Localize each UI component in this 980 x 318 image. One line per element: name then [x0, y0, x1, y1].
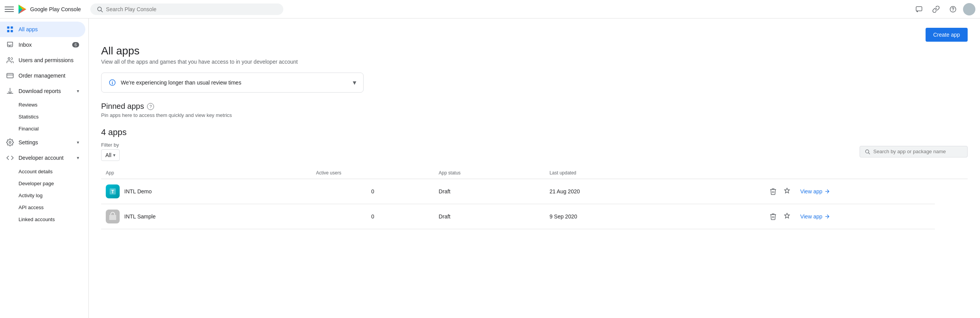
- filter-label: Filter by: [101, 142, 120, 148]
- search-apps-icon: [865, 149, 870, 155]
- sidebar-item-all-apps[interactable]: All apps: [0, 22, 85, 37]
- app-icon-intl-sample: [106, 210, 120, 223]
- pinned-apps-subtitle: Pin apps here to access them quickly and…: [101, 112, 968, 118]
- col-active-users-header: Active users: [311, 167, 434, 179]
- sidebar-inbox-label: Inbox: [19, 42, 32, 48]
- sidebar-all-apps-label: All apps: [19, 26, 38, 32]
- sidebar-item-settings[interactable]: Settings ▾: [0, 135, 85, 150]
- link-icon: [932, 5, 940, 13]
- pin-icon-intl-sample[interactable]: [783, 213, 791, 220]
- status-intl-sample: Draft: [434, 204, 545, 229]
- sidebar-item-api-access[interactable]: API access: [0, 201, 88, 213]
- sidebar-item-developer-page[interactable]: Developer page: [0, 178, 88, 189]
- help-icon-btn[interactable]: [946, 2, 960, 16]
- filter-section: Filter by All ▾: [101, 142, 120, 161]
- card-icon: [6, 72, 14, 80]
- download-icon: [6, 87, 14, 95]
- chat-icon-btn[interactable]: [912, 2, 926, 16]
- svg-point-9: [953, 10, 953, 11]
- notice-banner-left: We're experiencing longer than usual rev…: [108, 79, 241, 86]
- grid-icon: [6, 25, 14, 33]
- create-app-button[interactable]: Create app: [926, 28, 968, 42]
- search-apps[interactable]: [860, 146, 968, 157]
- sidebar-item-financial[interactable]: Financial: [0, 123, 88, 135]
- sidebar-item-users[interactable]: Users and permissions: [0, 52, 85, 68]
- sidebar-item-orders[interactable]: Order management: [0, 68, 85, 83]
- filter-chevron-icon: ▾: [113, 152, 115, 158]
- pinned-apps-title: Pinned apps ?: [101, 102, 968, 111]
- table-header: App Active users App status Last updated: [101, 167, 968, 179]
- chat-icon: [915, 5, 923, 13]
- sidebar-reviews-label: Reviews: [19, 102, 37, 108]
- delete-icon-intl-demo[interactable]: [769, 188, 777, 195]
- search-input[interactable]: [106, 6, 277, 12]
- pin-icon-intl-demo[interactable]: [783, 188, 791, 195]
- app-name-cell-2: INTL Sample: [101, 204, 311, 229]
- view-app-link-intl-sample[interactable]: View app: [800, 213, 930, 220]
- app-icon-intl-demo: T: [106, 184, 120, 198]
- sidebar-activity-log-label: Activity log: [19, 193, 42, 198]
- svg-point-14: [8, 58, 10, 59]
- sidebar-api-access-label: API access: [19, 205, 44, 210]
- search-icon: [96, 6, 103, 13]
- notice-expand-icon[interactable]: ▾: [353, 78, 356, 87]
- avatar[interactable]: [963, 3, 975, 15]
- sidebar-download-label: Download reports: [19, 88, 61, 94]
- search-apps-input[interactable]: [873, 149, 963, 154]
- main-content: Create app All apps View all of the apps…: [89, 19, 980, 318]
- notice-text: We're experiencing longer than usual rev…: [121, 80, 241, 86]
- download-chevron-icon: ▾: [77, 88, 79, 94]
- apps-table: App Active users App status Last updated: [101, 167, 968, 229]
- developer-chevron-icon: ▾: [77, 155, 79, 161]
- sidebar-account-details-label: Account details: [19, 169, 52, 174]
- search-bar[interactable]: [90, 3, 283, 15]
- view-app-link-intl-demo[interactable]: View app: [800, 188, 930, 195]
- active-users-intl-sample: 0: [311, 204, 434, 229]
- settings-chevron-icon: ▾: [77, 140, 79, 145]
- table-row: INTL Sample 0 Draft 9 Sep 2020: [101, 204, 968, 229]
- sidebar-item-account-details[interactable]: Account details: [0, 166, 88, 178]
- notice-banner: We're experiencing longer than usual rev…: [101, 73, 364, 93]
- sidebar-developer-page-label: Developer page: [19, 181, 54, 186]
- status-intl-demo: Draft: [434, 179, 545, 204]
- sidebar-statistics-label: Statistics: [19, 114, 39, 120]
- sidebar-item-developer-account[interactable]: Developer account ▾: [0, 150, 85, 166]
- svg-rect-26: [109, 215, 116, 220]
- page-title: All apps: [101, 45, 968, 57]
- inbox-icon: [6, 41, 14, 49]
- svg-text:T: T: [111, 189, 114, 195]
- app-name-cell-1: T INTL Demo: [101, 179, 311, 204]
- apps-table-body: T INTL Demo 0 Draft 21 Aug 2020: [101, 179, 968, 229]
- arrow-right-icon-2: [824, 213, 830, 220]
- svg-rect-7: [916, 7, 922, 11]
- link-icon-btn[interactable]: [929, 2, 943, 16]
- sidebar-financial-label: Financial: [19, 126, 39, 132]
- pinned-help-icon[interactable]: ?: [147, 103, 154, 110]
- sidebar-developer-label: Developer account: [19, 155, 64, 161]
- people-icon: [6, 56, 14, 64]
- apps-count: 4 apps: [101, 127, 968, 137]
- svg-rect-12: [7, 30, 10, 32]
- sidebar-item-download-reports[interactable]: Download reports ▾: [0, 83, 85, 99]
- sidebar-item-activity-log[interactable]: Activity log: [0, 189, 88, 201]
- app-name-intl-demo: INTL Demo: [124, 188, 152, 195]
- sidebar-orders-label: Order management: [19, 73, 65, 79]
- svg-rect-11: [11, 27, 13, 29]
- sidebar-item-statistics[interactable]: Statistics: [0, 111, 88, 123]
- sidebar: All apps Inbox 6 Use: [0, 19, 89, 318]
- sidebar-item-linked-accounts[interactable]: Linked accounts: [0, 213, 88, 225]
- menu-icon[interactable]: [5, 5, 14, 14]
- sidebar-item-inbox[interactable]: Inbox 6: [0, 37, 85, 52]
- filter-select[interactable]: All ▾: [101, 149, 120, 161]
- svg-rect-15: [7, 73, 14, 78]
- active-users-intl-demo: 0: [311, 179, 434, 204]
- topbar-left: Google Play Console: [5, 4, 81, 15]
- delete-icon-intl-sample[interactable]: [769, 213, 777, 220]
- col-app-header: App: [101, 167, 311, 179]
- logo-area: Google Play Console: [17, 4, 81, 15]
- svg-point-20: [112, 81, 113, 82]
- last-updated-intl-demo: 21 Aug 2020: [545, 179, 686, 204]
- sidebar-users-label: Users and permissions: [19, 57, 73, 63]
- svg-line-6: [101, 10, 102, 12]
- sidebar-item-reviews[interactable]: Reviews: [0, 99, 88, 111]
